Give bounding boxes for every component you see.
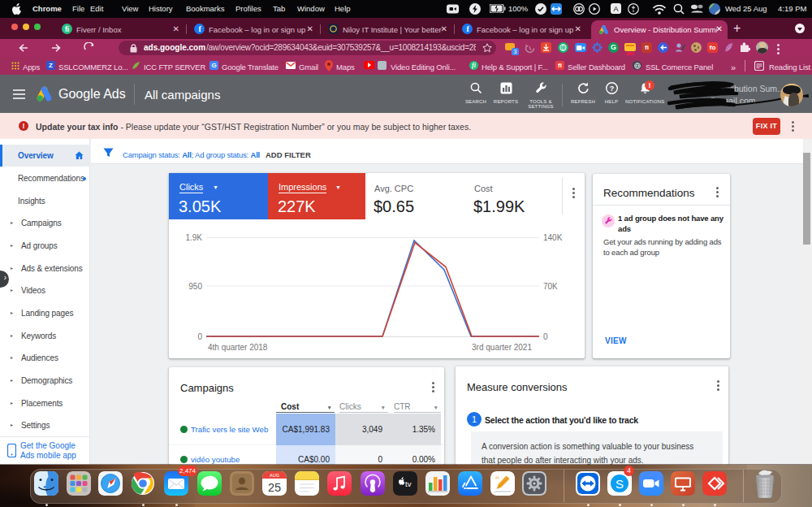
svg-text:0: 0 (197, 332, 202, 341)
svg-text:“: “ (495, 474, 499, 483)
svg-text:fi: fi (65, 25, 69, 33)
svg-text:AUG: AUG (270, 473, 279, 478)
svg-text:70K: 70K (543, 282, 558, 291)
svg-text:140K: 140K (543, 233, 563, 242)
svg-text:950: 950 (188, 282, 202, 291)
svg-text:?: ? (609, 84, 614, 93)
svg-text:0: 0 (543, 332, 548, 341)
svg-text:3rd quarter 2021: 3rd quarter 2021 (472, 343, 532, 352)
svg-text:4th quarter 2018: 4th quarter 2018 (208, 343, 268, 352)
svg-text:S: S (615, 477, 624, 491)
svg-text:25: 25 (268, 481, 281, 494)
svg-text:1.9K: 1.9K (185, 233, 202, 242)
svg-text:A: A (613, 5, 618, 13)
svg-text:tv: tv (405, 479, 412, 488)
